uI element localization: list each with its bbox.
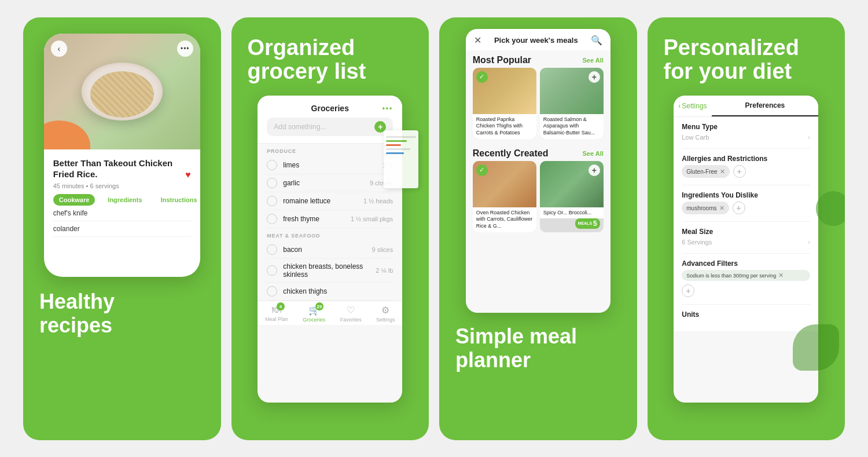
checkbox-thyme[interactable] [267, 214, 277, 224]
menu-type-section: Menu Type Low Carb › [682, 123, 810, 141]
notebook-lines [384, 130, 418, 160]
tab-preferences[interactable]: Preferences [712, 96, 819, 116]
card4-inner: Personalized for your diet ‹ Settings Pr… [648, 17, 845, 440]
grocery-title-row: Groceries ••• [267, 104, 393, 113]
add-allergy-button[interactable]: + [733, 165, 746, 178]
remove-filter-icon[interactable]: ✕ [778, 272, 784, 279]
settings-back-button[interactable]: ‹ Settings [674, 96, 711, 116]
add-filter-button[interactable]: + [682, 284, 694, 297]
notebook-decoration [384, 130, 418, 188]
favorites-label: Favorites [340, 317, 362, 323]
most-popular-see-all[interactable]: See All [582, 57, 603, 64]
phone-mockup-2: Groceries ••• Add something... + PRODUCE [258, 96, 402, 403]
recently-created-header: Recently Created See All [466, 144, 610, 161]
veggie-decoration-1 [816, 191, 845, 226]
checkbox-garlic[interactable] [267, 178, 277, 188]
checkbox-chicken-thighs[interactable] [267, 286, 277, 297]
grocery-more-icon[interactable]: ••• [382, 104, 393, 112]
recipe-tabs: Cookware Ingredients Instructions [53, 194, 191, 206]
selected-check-icon: ✓ [476, 71, 488, 83]
produce-section: PRODUCE limes 1 ½ garlic 9 cloves [258, 144, 402, 228]
grocery-row-garlic: garlic 9 cloves [267, 174, 393, 192]
meals-counter: MEALS 5 [575, 218, 600, 229]
close-icon[interactable]: ✕ [474, 35, 481, 46]
notebook-line [386, 144, 401, 146]
favorites-icon: ♡ [347, 305, 355, 316]
prefs-header: ‹ Settings Preferences [674, 96, 818, 117]
meal-size-label: Meal Size [682, 228, 810, 236]
grocery-row-thyme: fresh thyme 1 ½ small pkgs [267, 210, 393, 228]
more-button[interactable]: ••• [177, 41, 193, 57]
item-name-limes: limes [283, 161, 377, 169]
search-icon[interactable]: 🔍 [591, 35, 602, 46]
nav-groceries[interactable]: 🛒 29 Groceries [303, 305, 325, 323]
checkbox-chicken-breasts[interactable] [267, 265, 277, 276]
grocery-row-romaine: romaine lettuce 1 ½ heads [267, 192, 393, 210]
card1-headline: Healthy recipes [39, 290, 205, 338]
checkbox-limes[interactable] [267, 160, 277, 170]
meal-size-val: 6 Servings [682, 239, 712, 246]
tab-ingredients[interactable]: Ingredients [102, 194, 148, 206]
item-qty-thyme: 1 ½ small pkgs [351, 215, 393, 222]
groceries-label: Groceries [303, 317, 325, 323]
veggie-decoration-2 [793, 324, 839, 371]
grocery-title: Groceries [311, 104, 349, 113]
recipe-content: Better Than Takeout Chicken Fried Rice. … [44, 149, 200, 243]
meal-label-3: Oven Roasted Chicken with Carrots, Cauli… [473, 207, 536, 232]
add-meal-icon-2[interactable]: + [589, 164, 600, 176]
add-dislike-button[interactable]: + [733, 202, 745, 214]
favorite-heart-icon[interactable]: ♥ [185, 170, 191, 180]
meal-size-section: Meal Size 6 Servings › [682, 228, 810, 246]
nav-settings[interactable]: ⚙ Settings [376, 305, 395, 323]
meal-size-value[interactable]: 6 Servings › [682, 238, 810, 246]
recipe-food-image: ‹ ••• [44, 34, 200, 149]
recipe-item-colander: colander [53, 221, 191, 237]
meal-card-paprika-chicken[interactable]: ✓ Roasted Paprika Chicken Thighs with Ca… [473, 68, 536, 139]
checkbox-bacon[interactable] [267, 244, 277, 255]
meal-size-chevron-icon: › [808, 238, 810, 246]
remove-gluten-free-icon[interactable]: ✕ [720, 168, 725, 176]
tag-mushrooms-text: mushrooms [686, 205, 716, 211]
meal-label-1: Roasted Paprika Chicken Thighs with Carr… [473, 114, 536, 139]
groceries-count: 29 [315, 302, 323, 310]
item-name-garlic: garlic [283, 179, 364, 187]
meal-card-spicy[interactable]: + Spicy Or... Broccoli... MEALS 5 [540, 161, 604, 232]
divider-3 [682, 221, 810, 222]
meal-card-oven-roasted[interactable]: ✓ Oven Roasted Chicken with Carrots, Cau… [473, 161, 536, 232]
meal-card-salmon[interactable]: + Roasted Salmon & Asparagus with Balsam… [540, 68, 604, 139]
tab-instructions[interactable]: Instructions [155, 194, 200, 206]
most-popular-grid: ✓ Roasted Paprika Chicken Thighs with Ca… [466, 68, 610, 144]
meal-label-2: Roasted Salmon & Asparagus with Balsamic… [540, 114, 604, 139]
remove-mushrooms-icon[interactable]: ✕ [719, 204, 724, 212]
tag-mushrooms[interactable]: mushrooms ✕ [682, 202, 729, 214]
meal-plan-label: Meal Plan [265, 316, 288, 322]
meal-modal-header: ✕ Pick your week's meals 🔍 [466, 29, 610, 50]
dislike-section: Ingredients You Dislike mushrooms ✕ + [682, 191, 810, 214]
recently-created-see-all[interactable]: See All [582, 150, 603, 157]
dislike-label: Ingredients You Dislike [682, 191, 810, 199]
menu-type-value[interactable]: Low Carb › [682, 133, 810, 141]
notebook-line [386, 148, 410, 150]
item-name-romaine: romaine lettuce [283, 197, 358, 205]
allergies-section: Allergies and Restrictions Gluten-Free ✕… [682, 155, 810, 178]
tag-gluten-free[interactable]: Gluten-Free ✕ [682, 165, 729, 178]
grocery-row-chicken-breasts: chicken breasts, boneless skinless 2 ¼ l… [267, 259, 393, 283]
nav-favorites[interactable]: ♡ Favorites [340, 305, 362, 323]
card2-headline: Organized grocery list [231, 17, 429, 85]
checkbox-romaine[interactable] [267, 196, 277, 206]
advanced-filter-tag[interactable]: Sodium is less than 300mg per serving ✕ [682, 270, 810, 281]
add-meal-icon-1[interactable]: + [589, 71, 600, 83]
meal-img-1: ✓ [473, 68, 536, 114]
grocery-search-bar[interactable]: Add something... + [267, 118, 393, 136]
nav-meal-plan[interactable]: 🍽 4 Meal Plan [265, 305, 288, 323]
back-button[interactable]: ‹ [51, 41, 67, 57]
food-bowl-graphic [82, 63, 163, 120]
card-healthy-recipes: ‹ ••• Better Than Takeout Chicken Fried … [23, 17, 221, 440]
card-grocery-list: Organized grocery list Gr [231, 17, 429, 440]
meal-plan-badge: 🍽 4 [272, 305, 281, 315]
most-popular-header: Most Popular See All [466, 50, 610, 68]
tab-cookware[interactable]: Cookware [53, 194, 95, 206]
meat-section: MEAT & SEAFOOD bacon 9 slices chicken br… [258, 228, 402, 301]
grocery-row-limes: limes 1 ½ [267, 156, 393, 174]
most-popular-label: Most Popular [473, 55, 531, 65]
